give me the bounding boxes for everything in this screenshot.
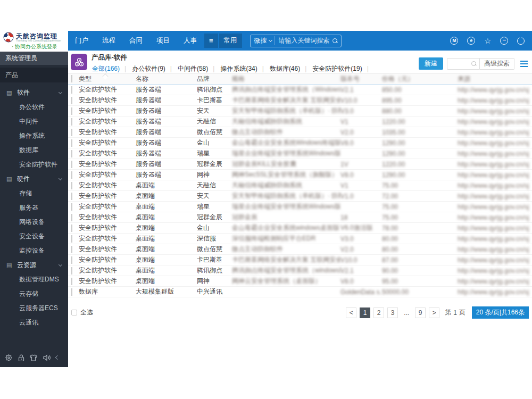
table-row[interactable]: 安全防护软件 桌面端 安天 安天智甲终端防御系统（单机版）· 防勒索 V1.0 …: [68, 191, 532, 202]
help-icon[interactable]: e: [467, 37, 475, 45]
collapse-icon[interactable]: [55, 355, 60, 360]
nav-item-frequent[interactable]: 常用: [219, 34, 242, 48]
sidebar-item[interactable]: 云存储: [0, 287, 68, 301]
table-row[interactable]: 安全防护软件 桌面端 微点佰慧 微点主动防御软件 V2.0 80.00 http…: [68, 244, 532, 255]
sound-icon[interactable]: [43, 354, 51, 362]
table-row[interactable]: 安全防护软件 桌面端 卡巴斯基 卡巴斯基网络安全解决方案 互联网安全套装（中国·…: [68, 255, 532, 265]
nav-item[interactable]: 流程: [95, 31, 122, 51]
row-checkbox[interactable]: [71, 246, 72, 253]
category-tab[interactable]: 中间件(58): [177, 64, 220, 73]
row-checkbox[interactable]: [71, 203, 72, 211]
page-jump-current[interactable]: 1: [453, 309, 457, 317]
row-checkbox[interactable]: [71, 267, 72, 275]
page-button[interactable]: 3: [387, 307, 398, 318]
table-row[interactable]: 安全防护软件 服务器端 网神 网神SecSSL安全管理系统（旗舰版） V8.0 …: [68, 170, 532, 180]
table-row[interactable]: 安全防护软件 服务器端 瑞星 瑞星企业终端安全管理系统Windows版 标准版 …: [68, 148, 532, 159]
more-icon[interactable]: ···: [500, 37, 508, 45]
nav-item[interactable]: 项目: [149, 31, 177, 51]
nav-item[interactable]: 人事: [177, 31, 204, 51]
sidebar-item[interactable]: 云服务器ECS: [0, 301, 68, 315]
table-search-input[interactable]: [447, 58, 480, 70]
nav-item[interactable]: 合同: [122, 31, 149, 51]
sidebar-item[interactable]: 网络设备: [0, 215, 68, 229]
favorites-icon[interactable]: ☆: [484, 37, 491, 45]
table-row[interactable]: 安全防护软件 服务器端 卡巴斯基 卡巴斯基网络安全解决方案 互联网安全套装（中国…: [68, 95, 532, 106]
sidebar-item[interactable]: 服务器: [0, 201, 68, 215]
select-all-checkbox[interactable]: [71, 75, 72, 82]
category-tab[interactable]: 办公软件(9): [131, 64, 177, 73]
sidebar-item[interactable]: 监控设备: [0, 244, 68, 258]
row-checkbox[interactable]: [71, 139, 72, 147]
row-checkbox[interactable]: [71, 256, 72, 264]
table-row[interactable]: 安全防护软件 服务器端 金山 金山毒霸企业安全系统Windows终端版 V8.0…: [68, 138, 532, 148]
page-button[interactable]: <: [346, 307, 356, 318]
nav-item[interactable]: 门户: [68, 31, 95, 51]
select-all-footer-checkbox[interactable]: [71, 310, 77, 315]
table-row[interactable]: 安全防护软件 桌面端 天融信 天融信终端威胁防御系统 V1 75.00 http…: [68, 180, 532, 191]
table-row[interactable]: 安全防护软件 服务器端 腾讯御点 腾讯御点终端安全管理系统（Windows版） …: [68, 85, 532, 95]
page-button[interactable]: ...: [401, 307, 412, 318]
page-button[interactable]: >: [429, 307, 439, 318]
row-checkbox[interactable]: [71, 171, 72, 179]
table-row[interactable]: 安全防护软件 桌面端 网神 网神云安全管理系统（桌面版） V8.0 95.00 …: [68, 276, 532, 287]
table-row[interactable]: 安全防护软件 桌面端 腾讯御点 腾讯御点终端安全管理系统（windows版）V2…: [68, 265, 532, 276]
new-button[interactable]: 新建: [419, 57, 443, 70]
category-tab[interactable]: 操作系统(34): [220, 64, 269, 73]
category-tab[interactable]: 安全防护软件(19): [312, 64, 373, 73]
row-checkbox[interactable]: [71, 235, 72, 243]
lock-icon[interactable]: [18, 354, 25, 362]
sidebar-group-hardware[interactable]: ▤ 硬件: [0, 172, 68, 186]
search-input[interactable]: 请输入关键词搜索: [275, 36, 330, 45]
row-checkbox[interactable]: [71, 86, 72, 94]
gear-icon[interactable]: [5, 354, 13, 362]
table-row[interactable]: 安全防护软件 服务器端 天融信 天融信终端威胁防御系统 V1 1220.00 h…: [68, 117, 532, 127]
row-checkbox[interactable]: [71, 107, 72, 115]
row-checkbox[interactable]: [71, 161, 72, 168]
table-row[interactable]: 安全防护软件 桌面端 深信服 深信服终端检测响应平台EDR V3.0 80.00…: [68, 234, 532, 244]
row-checkbox[interactable]: [71, 193, 72, 200]
sidebar-item[interactable]: 数据库: [0, 143, 68, 157]
search-scope-dropdown[interactable]: 微搜: [254, 36, 272, 45]
sidebar-section-product[interactable]: 产品: [0, 68, 68, 82]
category-tab[interactable]: 数据库(46): [269, 64, 312, 73]
power-icon[interactable]: [517, 37, 525, 45]
collab-login-link[interactable]: · 协同办公系统登录: [3, 43, 66, 51]
page-button[interactable]: 2: [373, 307, 384, 318]
page-button[interactable]: 1: [360, 307, 370, 318]
sidebar-item[interactable]: 安全防护软件: [0, 157, 68, 172]
table-row[interactable]: 安全防护软件 桌面端 瑞星 瑞星企业终端安全管理系统Windows版桌面版 75…: [68, 202, 532, 212]
sidebar-item[interactable]: 中间件: [0, 114, 68, 129]
sidebar-item[interactable]: 存储: [0, 186, 68, 201]
sidebar-group-cloud[interactable]: ▤ 云资源: [0, 258, 68, 272]
sidebar-item[interactable]: 数据管理DMS: [0, 272, 68, 287]
table-row[interactable]: 数据库 大规模集群版 中兴通讯 GoldenData s... 50000.00…: [68, 287, 532, 297]
row-checkbox[interactable]: [71, 278, 72, 285]
sidebar-item[interactable]: 安全设备: [0, 229, 68, 244]
page-button[interactable]: 9: [415, 307, 426, 318]
sidebar-group-software[interactable]: ▤ 软件: [0, 86, 68, 100]
advanced-search-button[interactable]: 高级搜索: [480, 58, 514, 70]
table-row[interactable]: 安全防护软件 服务器端 冠群金辰 冠群金辰KILL安全胶囊 1V 1220.00…: [68, 159, 532, 170]
sidebar-item[interactable]: 办公软件: [0, 100, 68, 114]
list-view-icon[interactable]: [520, 61, 528, 67]
row-checkbox[interactable]: [71, 118, 72, 126]
row-checkbox[interactable]: [71, 182, 72, 189]
table-row[interactable]: 安全防护软件 服务器端 微点佰慧 微点主动防御软件 V2.0 1035.00 h…: [68, 127, 532, 138]
category-tab[interactable]: 全部(166): [92, 64, 131, 73]
global-search-box[interactable]: 微搜 请输入关键词搜索: [250, 35, 342, 47]
theme-icon[interactable]: [29, 354, 38, 362]
row-checkbox[interactable]: [71, 225, 72, 232]
table-row[interactable]: 安全防护软件 服务器端 安天 安天智甲终端防御系统（单机版）· 防勒索版本 V3…: [68, 106, 532, 117]
message-icon[interactable]: M: [450, 37, 458, 45]
table-row[interactable]: 安全防护软件 桌面端 冠群金辰 冠群金辰 18 75.00 http://www…: [68, 212, 532, 223]
row-checkbox[interactable]: [71, 97, 72, 104]
sidebar-item[interactable]: 操作系统: [0, 129, 68, 143]
table-row[interactable]: 安全防护软件 桌面端 金山 金山毒霸企业安全系统windows桌面版 V6.0激…: [68, 223, 532, 234]
row-checkbox[interactable]: [71, 129, 72, 136]
nav-more-menu[interactable]: ≡: [204, 34, 218, 48]
sidebar-item[interactable]: 云通讯: [0, 315, 68, 330]
row-checkbox[interactable]: [71, 288, 72, 296]
search-icon[interactable]: [332, 38, 337, 43]
row-checkbox[interactable]: [71, 214, 72, 221]
row-checkbox[interactable]: [71, 150, 72, 157]
